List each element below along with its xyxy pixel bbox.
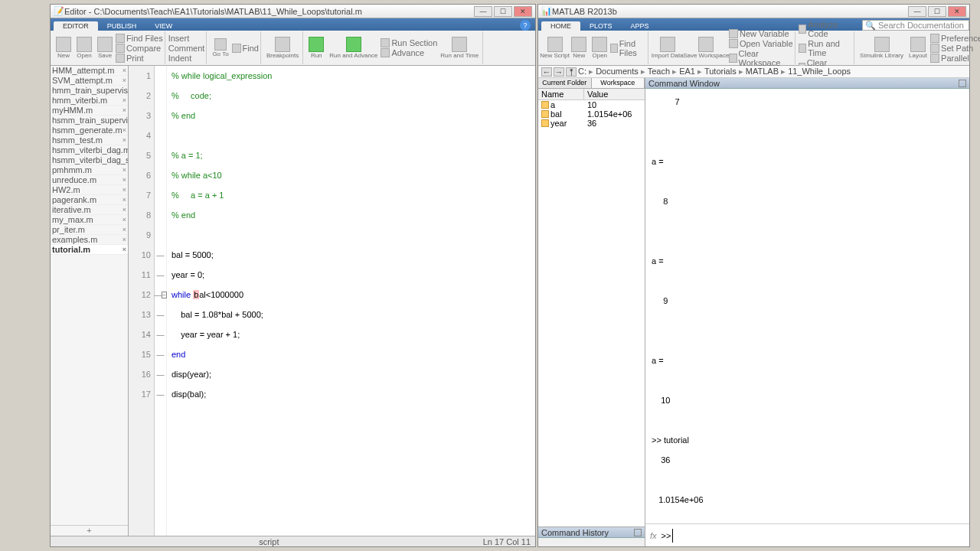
current-folder-tab[interactable]: Current Folder [538, 78, 592, 88]
close-file-icon[interactable]: × [122, 196, 126, 204]
file-tab[interactable]: hsmm_train_supervised...× [51, 116, 128, 126]
new-variable-button[interactable]: New Variable [729, 29, 793, 38]
breadcrumb-item[interactable]: EA1 [679, 67, 695, 76]
col-name[interactable]: Name [538, 89, 584, 99]
run-advance-button[interactable]: Run and Advance [327, 31, 380, 64]
save-button[interactable]: Save [95, 31, 115, 64]
print-button[interactable]: Print [116, 54, 163, 63]
file-tab[interactable]: hsmm_test.m× [51, 135, 128, 145]
save-workspace-button[interactable]: Save Workspace [684, 31, 728, 64]
tab-view[interactable]: VIEW [145, 21, 181, 31]
insert-button[interactable]: Insert [168, 34, 205, 43]
run-button[interactable]: Run [306, 31, 326, 64]
workspace-variable-row[interactable]: year36 [538, 119, 645, 128]
preferences-button[interactable]: Preferences [930, 34, 980, 43]
find-button[interactable]: Find [232, 44, 259, 53]
find-files-button[interactable]: Find Files [610, 39, 646, 57]
file-tab[interactable]: my_max.m× [51, 215, 128, 225]
close-file-icon[interactable]: × [122, 246, 126, 253]
file-tab[interactable]: hsmm_generate.m× [51, 126, 128, 135]
file-tab[interactable]: HW2.m× [51, 185, 128, 195]
workspace-variable-row[interactable]: a10 [538, 100, 645, 109]
open-button[interactable]: Open [74, 31, 94, 64]
file-tab[interactable]: iterative.m× [51, 205, 128, 215]
nav-up-button[interactable]: ⭱ [566, 67, 577, 77]
command-input[interactable]: fx >> [645, 523, 969, 546]
analyze-code-button[interactable]: Analyze Code [799, 20, 852, 38]
breadcrumb-item[interactable]: MATLAB [746, 67, 779, 76]
close-file-icon[interactable]: × [122, 126, 126, 134]
workspace-variable-row[interactable]: bal1.0154e+06 [538, 109, 645, 119]
import-data-button[interactable]: Import Data [652, 31, 684, 64]
breakpoints-button[interactable]: Breakpoints [264, 31, 301, 64]
close-file-icon[interactable]: × [122, 176, 126, 184]
fx-icon[interactable]: fx [650, 531, 657, 540]
close-file-icon[interactable]: × [122, 206, 126, 214]
indent-button[interactable]: Indent [168, 54, 205, 63]
workspace-tab[interactable]: Workspace [592, 78, 645, 88]
maximize-button[interactable]: ☐ [494, 6, 512, 17]
close-button[interactable]: ✕ [514, 6, 532, 17]
compare-button[interactable]: Compare [116, 44, 163, 53]
close-file-icon[interactable]: × [122, 216, 126, 223]
layout-button[interactable]: Layout [906, 31, 929, 64]
breadcrumb-item[interactable]: Teach [648, 67, 670, 76]
comment-button[interactable]: Comment [168, 44, 205, 53]
breadcrumb-item[interactable]: Documents [596, 67, 639, 76]
breadcrumb-item[interactable]: C: [578, 67, 586, 76]
add-file-button[interactable]: + [51, 525, 128, 536]
nav-back-button[interactable]: ← [541, 67, 552, 77]
undock-icon[interactable] [959, 80, 966, 87]
maximize-button[interactable]: ☐ [928, 6, 946, 17]
file-tab[interactable]: examples.m× [51, 235, 128, 245]
new-button[interactable]: New [569, 31, 589, 64]
file-tab[interactable]: unreduce.m× [51, 175, 128, 185]
file-tab[interactable]: tutorial.m× [51, 245, 128, 255]
minimize-button[interactable]: — [474, 6, 492, 17]
breadcrumb-item[interactable]: 11_While_Loops [788, 67, 851, 76]
search-docs-input[interactable]: 🔍 Search Documentation [862, 20, 969, 31]
tab-home[interactable]: HOME [541, 21, 580, 31]
help-icon[interactable]: ? [520, 20, 531, 31]
new-script-button[interactable]: New Script [541, 31, 568, 64]
minimize-button[interactable]: — [908, 6, 926, 17]
code-editor[interactable]: 1234567891011121314151617 ———−————— % wh… [129, 66, 535, 536]
file-tab[interactable]: pagerank.m× [51, 195, 128, 205]
close-file-icon[interactable]: × [122, 77, 126, 84]
simulink-button[interactable]: Simulink Library [858, 31, 906, 64]
advance-button[interactable]: Advance [381, 48, 437, 57]
run-time-button[interactable]: Run and Time [438, 31, 481, 64]
close-button[interactable]: ✕ [948, 6, 966, 17]
file-tab[interactable]: hsmm_viterbi_dag_seq...× [51, 155, 128, 165]
close-file-icon[interactable]: × [122, 67, 126, 74]
close-file-icon[interactable]: × [122, 136, 126, 144]
file-tab[interactable]: hsmm_viterbi_dag.m× [51, 145, 128, 155]
tab-publish[interactable]: PUBLISH [98, 21, 146, 31]
close-file-icon[interactable]: × [122, 226, 126, 233]
tab-apps[interactable]: APPS [622, 21, 658, 31]
file-tab[interactable]: myHMM.m× [51, 106, 128, 116]
file-tab[interactable]: SVM_attempt.m× [51, 76, 128, 86]
tab-editor[interactable]: EDITOR [54, 21, 98, 31]
open-variable-button[interactable]: Open Variable [729, 39, 793, 48]
file-tab[interactable]: pmhmm.m× [51, 165, 128, 175]
close-file-icon[interactable]: × [122, 236, 126, 243]
file-tab[interactable]: hmm_viterbi.m× [51, 96, 128, 106]
parallel-button[interactable]: Parallel [930, 54, 980, 63]
undock-icon[interactable] [634, 529, 642, 536]
breadcrumb-item[interactable]: Tutorials [704, 67, 737, 76]
open-button[interactable]: Open [590, 31, 609, 64]
close-file-icon[interactable]: × [122, 96, 126, 104]
col-value[interactable]: Value [584, 89, 645, 99]
run-section-button[interactable]: Run Section [381, 38, 437, 47]
close-file-icon[interactable]: × [122, 166, 126, 174]
set-path-button[interactable]: Set Path [930, 44, 980, 53]
tab-plots[interactable]: PLOTS [580, 21, 622, 31]
new-button[interactable]: New [54, 31, 74, 64]
nav-fwd-button[interactable]: → [554, 67, 564, 77]
run-and-time-button[interactable]: Run and Time [799, 39, 852, 57]
file-tab[interactable]: hmm_train_supervised.m× [51, 86, 128, 96]
clear-workspace-button[interactable]: Clear Workspace [729, 49, 793, 67]
file-tab[interactable]: pr_iter.m× [51, 225, 128, 235]
close-file-icon[interactable]: × [122, 106, 126, 114]
